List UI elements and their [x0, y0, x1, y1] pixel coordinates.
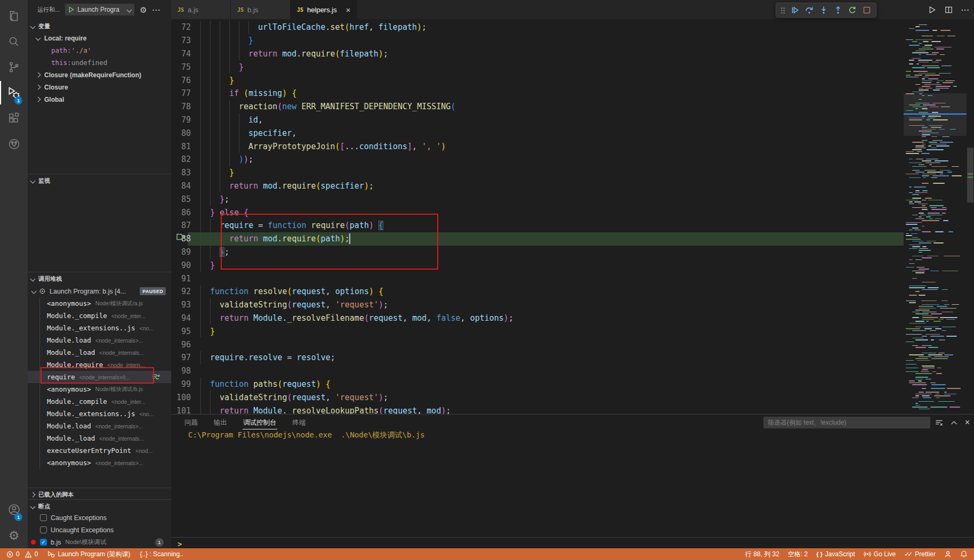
stack-frame[interactable]: executeUserEntryPoint<nod... [28, 444, 171, 457]
stack-frame[interactable]: <anonymous><node_internals>... [28, 457, 171, 469]
line-number[interactable]: 73 [171, 36, 191, 45]
code-line[interactable]: 77if (missing) { [171, 87, 904, 100]
line-number[interactable]: 92 [171, 287, 191, 296]
code-line[interactable]: 86} else { [171, 206, 904, 219]
step-over-button[interactable] [804, 5, 814, 15]
code-line[interactable]: 76} [171, 74, 904, 87]
section-call-stack[interactable]: 调用堆栈 [28, 273, 171, 285]
drag-grip-icon[interactable] [780, 7, 785, 14]
line-number[interactable]: 84 [171, 181, 191, 191]
code-line[interactable]: 80specifier, [171, 126, 904, 140]
section-variables[interactable]: 变量 [28, 20, 171, 32]
section-breakpoints[interactable]: 断点 [28, 500, 171, 512]
breakpoint-row[interactable]: Caught Exceptions [28, 512, 171, 524]
line-number[interactable]: 95 [171, 327, 191, 336]
code-line[interactable]: 90} [171, 258, 904, 272]
line-number[interactable]: 79 [171, 115, 191, 125]
start-debug-icon[interactable] [68, 6, 75, 13]
code-editor[interactable]: 72urlToFileCache.set(href, filepath);73}… [171, 19, 974, 414]
cursor-position-status[interactable]: 行 88, 列 32 [745, 548, 779, 560]
code-line[interactable]: 97require.resolve = resolve; [171, 351, 904, 364]
stop-button[interactable] [862, 5, 872, 15]
code-line[interactable]: 72urlToFileCache.set(href, filepath); [171, 21, 904, 34]
run-file-icon[interactable] [928, 6, 936, 14]
settings-gear-icon[interactable]: ⚙ [0, 523, 28, 548]
code-line[interactable]: 96 [171, 338, 904, 351]
line-number[interactable]: 80 [171, 128, 191, 138]
maximize-panel-icon[interactable] [951, 419, 957, 426]
variable-row[interactable]: Closure [28, 81, 171, 93]
scrollbar-thumb[interactable] [967, 148, 973, 202]
code-line[interactable]: 81ArrayPrototypeJoin([...conditions], ',… [171, 140, 904, 153]
scrollbar[interactable] [967, 19, 974, 414]
line-number[interactable]: 89 [171, 247, 191, 257]
debug-session-status[interactable]: Launch Program (架构课) [47, 548, 130, 560]
code-line[interactable]: 78reaction(new ERR_MANIFEST_DEPENDENCY_M… [171, 100, 904, 113]
line-number[interactable]: 77 [171, 88, 191, 98]
code-line[interactable]: 79id, [171, 113, 904, 127]
stack-frame[interactable]: Module._compile<node_inter... [28, 310, 171, 322]
stack-frame[interactable]: Module._extensions..js<no... [28, 408, 171, 420]
stack-frame[interactable]: <anonymous>Node/模块调试/a.js [28, 297, 171, 310]
code-line[interactable]: 85}; [171, 192, 904, 206]
stack-frame[interactable]: <anonymous>Node/模块调试/b.js [28, 383, 171, 395]
restart-frame-icon[interactable] [152, 373, 160, 381]
stack-frame[interactable]: require<node_internals>/i... [28, 371, 171, 383]
extensions-icon[interactable] [0, 105, 28, 131]
stack-frame[interactable]: Module._load<node_internals... [28, 432, 171, 444]
stack-frame[interactable]: Module.require<node_intern... [28, 359, 171, 371]
line-number[interactable]: 99 [171, 379, 191, 389]
launch-config-dropdown[interactable]: Launch Progra [65, 4, 134, 15]
tab-debug-console[interactable]: 调试控制台 [243, 416, 277, 429]
code-line[interactable]: 94return Module._resolveFilename(request… [171, 312, 904, 325]
restart-button[interactable] [848, 5, 857, 15]
scanning-status[interactable]: {..} : Scanning.. [140, 548, 183, 560]
explorer-icon[interactable] [0, 3, 28, 29]
step-into-button[interactable] [819, 5, 828, 15]
variable-row[interactable]: Local: require [28, 32, 171, 44]
tab-problems[interactable]: 问题 [184, 416, 198, 429]
line-number[interactable]: 72 [171, 22, 191, 32]
line-number[interactable]: 90 [171, 261, 191, 270]
gear-icon[interactable]: ⚙ [140, 6, 147, 14]
tab-b-js[interactable]: JS b.js [231, 0, 291, 19]
line-number[interactable]: 85 [171, 194, 191, 204]
clear-console-icon[interactable] [935, 419, 943, 427]
close-panel-icon[interactable]: × [965, 418, 970, 427]
section-watch[interactable]: 监视 [28, 175, 171, 186]
code-line[interactable]: 74return mod.require(filepath); [171, 47, 904, 61]
code-line[interactable]: 91 [171, 272, 904, 285]
line-number[interactable]: 94 [171, 313, 191, 323]
language-mode-status[interactable]: { } JavaScript [816, 548, 855, 560]
minimap[interactable] [904, 19, 967, 414]
indentation-status[interactable]: 空格: 2 [788, 548, 808, 560]
line-number[interactable]: 78 [171, 102, 191, 111]
breakpoint-checkbox[interactable] [40, 514, 47, 521]
line-number[interactable]: 97 [171, 353, 191, 362]
tab-helpers-js[interactable]: JS helpers.js × [291, 0, 357, 19]
line-number[interactable]: 81 [171, 142, 191, 151]
line-number[interactable]: 86 [171, 208, 191, 217]
continue-button[interactable] [790, 5, 800, 15]
close-icon[interactable]: × [346, 6, 351, 14]
breakpoint-row[interactable]: ✓b.jsNode\模块调试1 [28, 536, 171, 548]
line-number[interactable]: 91 [171, 274, 191, 283]
code-line[interactable]: 83} [171, 166, 904, 180]
accounts-icon[interactable] [0, 497, 28, 522]
code-line[interactable]: 100validateString(request, 'request'); [171, 391, 904, 404]
breakpoint-checkbox[interactable]: ✓ [40, 539, 47, 546]
stack-frame[interactable]: Module._compile<node_inter... [28, 395, 171, 408]
line-number[interactable]: 87 [171, 221, 191, 230]
line-number[interactable]: 82 [171, 155, 191, 164]
console-filter-input[interactable] [763, 417, 930, 428]
line-number[interactable]: 101 [171, 406, 191, 415]
code-line[interactable]: 99function paths(request) { [171, 378, 904, 391]
code-line[interactable]: 93validateString(request, 'request'); [171, 298, 904, 312]
go-live-status[interactable]: Go Live [864, 548, 896, 560]
line-number[interactable]: 74 [171, 49, 191, 59]
variable-row[interactable]: Closure (makeRequireFunction) [28, 69, 171, 81]
code-line[interactable]: 98 [171, 364, 904, 378]
console-input-row[interactable]: > [171, 537, 974, 549]
more-actions-icon[interactable]: ··· [152, 6, 161, 14]
code-line[interactable]: 73} [171, 34, 904, 47]
